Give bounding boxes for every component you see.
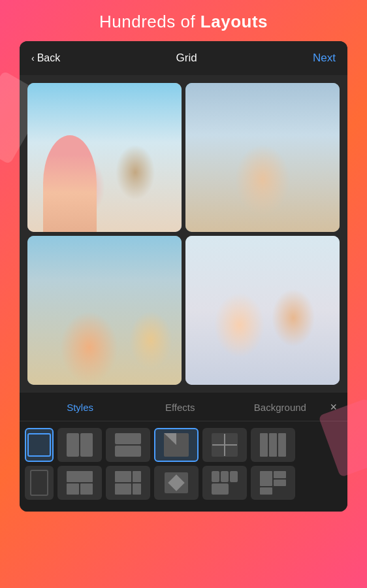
layout-thumb-uneven: [115, 471, 141, 495]
next-button[interactable]: Next: [313, 52, 336, 65]
layout-option-puzzle[interactable]: [251, 466, 295, 500]
layout-thumb-3panels: [260, 433, 286, 457]
layout-option-hexgrid[interactable]: [202, 466, 247, 500]
layout-thumb-puzzle: [260, 471, 286, 495]
layout-thumb-hexgrid: [212, 471, 238, 495]
layout-option-2row[interactable]: [106, 428, 150, 462]
layout-option-diamond[interactable]: [154, 466, 199, 500]
tab-effects[interactable]: Effects: [130, 402, 230, 413]
layout-row-2: [25, 466, 342, 500]
back-label: Back: [37, 52, 61, 64]
back-button[interactable]: ‹ Back: [31, 52, 60, 64]
layout-option-quad-lines[interactable]: [202, 428, 247, 462]
photo-cell-3: [27, 236, 182, 385]
photo-cell-2: [185, 83, 340, 232]
layout-option-top-bar[interactable]: [57, 466, 102, 500]
photo-cell-4: [185, 236, 340, 385]
layout-option-3panels[interactable]: [251, 428, 295, 462]
title-text-bold: Layouts: [200, 12, 268, 31]
tab-styles[interactable]: Styles: [30, 402, 130, 413]
layout-thumb-top-bar: [67, 471, 93, 495]
nav-bar: ‹ Back Grid Next: [20, 41, 347, 75]
layout-thumb-quad-lines: [212, 433, 238, 457]
app-container: ‹ Back Grid Next Styles Effects Backgrou…: [20, 41, 347, 512]
layout-thumb-single: [27, 433, 51, 457]
page-title: Hundreds of Layouts: [0, 0, 367, 41]
collage-area: [20, 75, 347, 393]
toolbar-tabs: Styles Effects Background ×: [20, 393, 347, 421]
layout-thumb-2col: [67, 433, 93, 457]
tab-background[interactable]: Background: [230, 402, 330, 413]
layout-option-single[interactable]: [25, 428, 54, 462]
chevron-left-icon: ‹: [31, 53, 35, 63]
title-text-normal: Hundreds of: [99, 12, 200, 31]
layout-option-2col[interactable]: [57, 428, 102, 462]
layout-grid: [20, 421, 347, 512]
layout-thumb-diagonal: [164, 433, 189, 457]
nav-title: Grid: [176, 52, 197, 65]
toolbar: Styles Effects Background ×: [20, 393, 347, 512]
layout-option-portrait[interactable]: [25, 466, 54, 500]
layout-thumb-diamond: [163, 471, 189, 495]
layout-row-1: [25, 428, 342, 462]
photo-cell-1: [27, 83, 182, 232]
layout-thumb-2row: [115, 433, 141, 457]
layout-option-uneven[interactable]: [106, 466, 150, 500]
layout-thumb-portrait: [30, 470, 48, 496]
layout-option-diagonal[interactable]: [154, 428, 199, 462]
